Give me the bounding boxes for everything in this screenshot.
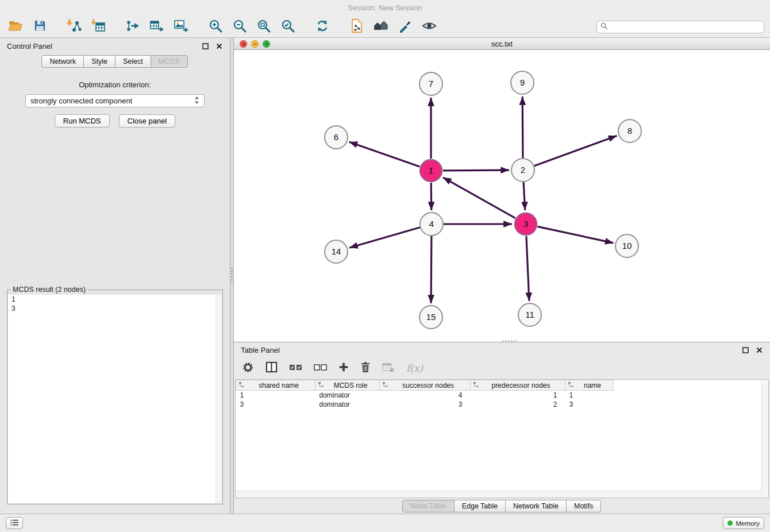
graph-node-8[interactable]: 8 <box>618 119 641 142</box>
zoom-selected-button[interactable] <box>278 18 298 36</box>
graph-edge-1-2[interactable] <box>443 170 509 171</box>
table-cell[interactable]: dominator <box>315 391 380 400</box>
maximize-window-icon[interactable] <box>263 40 270 48</box>
tab-edge-table[interactable]: Edge Table <box>454 500 506 512</box>
window-titlebar[interactable]: Session: New Session <box>0 0 770 16</box>
graph-node-label: 15 <box>426 312 436 322</box>
tab-network[interactable]: Network <box>41 55 84 68</box>
memory-button[interactable]: Memory <box>723 517 764 529</box>
search-box[interactable] <box>596 21 764 33</box>
toggle-visibility-button[interactable] <box>419 18 439 36</box>
network-canvas[interactable]: 7968124314101511 <box>234 50 770 342</box>
table-cell[interactable]: dominator <box>315 400 380 409</box>
column-header-shared-name[interactable]: shared name <box>236 380 315 391</box>
graph-node-6[interactable]: 6 <box>325 126 348 149</box>
refresh-button[interactable] <box>313 18 332 36</box>
style-button[interactable] <box>395 18 415 36</box>
close-panel-button[interactable]: Close panel <box>119 114 176 128</box>
mcds-result-list[interactable]: 1 3 <box>8 295 222 503</box>
graph-edge-1-6[interactable] <box>349 142 420 167</box>
graph-edge-4-15[interactable] <box>431 236 432 303</box>
select-all-columns-button[interactable] <box>289 363 302 374</box>
graph-edge-2-3[interactable] <box>523 182 525 210</box>
table-cell[interactable]: 2 <box>471 400 565 409</box>
open-session-button[interactable] <box>6 18 25 36</box>
table-cell[interactable]: 1 <box>236 391 315 400</box>
table-vertical-scrollbar[interactable] <box>761 380 768 498</box>
zoom-out-button[interactable] <box>230 18 249 36</box>
tab-mcds[interactable]: MCDS <box>151 55 188 68</box>
graph-node-7[interactable]: 7 <box>419 72 442 95</box>
table-cell[interactable]: 1 <box>565 391 614 400</box>
graph-edge-3-11[interactable] <box>526 236 529 301</box>
save-floppy-icon <box>33 19 47 34</box>
minimize-window-icon[interactable] <box>251 40 259 48</box>
function-builder-button[interactable]: f(x) <box>406 363 423 374</box>
graph-node-1[interactable]: 1 <box>420 160 442 182</box>
close-panel-icon[interactable] <box>215 42 223 50</box>
graph-edge-3-1[interactable] <box>443 178 515 218</box>
create-column-button[interactable] <box>338 362 349 375</box>
import-table-button[interactable] <box>88 18 108 36</box>
save-session-button[interactable] <box>30 18 49 36</box>
column-header-successor-nodes[interactable]: successor nodes <box>380 380 471 391</box>
export-image-button[interactable] <box>171 18 191 36</box>
graph-node-2[interactable]: 2 <box>511 159 534 182</box>
network-window-titlebar[interactable]: scc.txt <box>234 38 770 50</box>
import-network-button[interactable] <box>64 18 84 36</box>
horizontal-splitter-handle[interactable] <box>502 340 517 342</box>
graph-edge-4-14[interactable] <box>349 228 420 248</box>
graph-node-14[interactable]: 14 <box>325 240 348 263</box>
table-cell[interactable]: 4 <box>380 391 471 400</box>
column-header-mcds-role[interactable]: MCDS role <box>315 380 380 391</box>
show-panel-list-button[interactable] <box>6 517 23 529</box>
table-cell[interactable]: 3 <box>380 400 471 409</box>
table-settings-button[interactable] <box>242 361 254 376</box>
graph-node-3[interactable]: 3 <box>515 213 537 235</box>
zoom-in-button[interactable] <box>206 18 225 36</box>
panel-splitter[interactable] <box>230 38 234 514</box>
network-file-button[interactable] <box>347 18 367 36</box>
export-table-button[interactable] <box>147 18 167 36</box>
graph-edge-3-10[interactable] <box>538 226 614 243</box>
tab-node-table[interactable]: Node Table <box>402 500 455 512</box>
first-neighbors-button[interactable] <box>371 18 391 36</box>
table-cell[interactable]: 3 <box>236 400 315 409</box>
float-panel-icon[interactable] <box>201 42 209 50</box>
unselect-all-columns-button[interactable] <box>314 363 327 374</box>
table-horizontal-scrollbar[interactable] <box>236 491 761 498</box>
export-network-button[interactable] <box>123 18 143 36</box>
refresh-icon <box>315 18 330 36</box>
show-columns-button[interactable] <box>265 361 278 375</box>
run-mcds-button[interactable]: Run MCDS <box>55 114 110 128</box>
table-cell[interactable]: 1 <box>471 391 565 400</box>
result-scrollbar[interactable] <box>215 295 222 503</box>
graph-node-4[interactable]: 4 <box>420 213 443 236</box>
graph-node-15[interactable]: 15 <box>419 306 442 329</box>
tab-style[interactable]: Style <box>83 55 116 68</box>
tab-network-table[interactable]: Network Table <box>505 500 567 512</box>
float-table-panel-icon[interactable] <box>741 346 749 354</box>
tab-motifs[interactable]: Motifs <box>566 500 601 512</box>
column-header-name[interactable]: name <box>565 380 614 391</box>
search-input[interactable] <box>611 22 760 32</box>
graph-edge-2-9[interactable] <box>522 97 523 158</box>
graph-edge-2-8[interactable] <box>534 136 617 166</box>
graph-node-9[interactable]: 9 <box>511 71 534 94</box>
table-row[interactable]: 3dominator323 <box>236 400 614 409</box>
tab-select[interactable]: Select <box>115 55 151 68</box>
delete-table-button[interactable] <box>382 363 395 375</box>
close-table-panel-icon[interactable] <box>755 346 763 354</box>
paintbrush-icon <box>398 19 412 35</box>
table-cell[interactable]: 3 <box>565 400 614 409</box>
graph-node-10[interactable]: 10 <box>615 234 638 257</box>
graph-edge-1-4[interactable] <box>431 183 432 210</box>
table-row[interactable]: 1dominator411 <box>236 391 614 400</box>
optimization-criterion-select[interactable]: strongly connected component <box>25 94 205 107</box>
graph-node-11[interactable]: 11 <box>518 303 541 326</box>
column-type-icon <box>473 381 479 390</box>
delete-column-button[interactable] <box>360 361 371 375</box>
zoom-fit-button[interactable] <box>254 18 274 36</box>
column-header-predecessor-nodes[interactable]: predecessor nodes <box>471 380 565 391</box>
close-window-icon[interactable] <box>240 40 247 48</box>
